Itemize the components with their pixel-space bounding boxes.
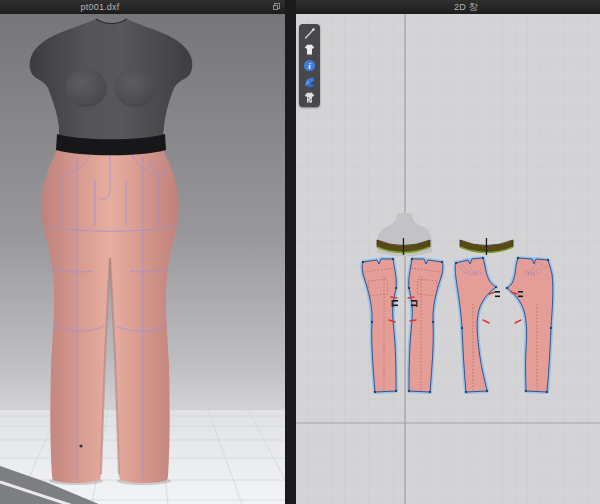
titlebar-3d[interactable]: pt001.dxf [0,0,285,14]
fabric-toggle-icon[interactable] [301,74,318,89]
texture-toggle-icon[interactable] [301,90,318,105]
avatar-bust-left [65,69,107,107]
avatar-bust-right [114,69,156,107]
stitch-edit-tool-icon[interactable] [301,26,318,41]
pattern-info-icon[interactable]: i [301,58,318,73]
panel-3d-title: pt001.dxf [0,0,200,15]
panel-2d-title: 2D 창 [332,0,600,15]
float-window-icon[interactable] [273,3,280,10]
clo-app-window: pt001.dxf [0,0,600,504]
2d-grid [296,14,600,504]
pin-dot [79,444,82,447]
titlebar-2d[interactable]: 2D 창 [296,0,600,14]
garment-toggle-icon[interactable] [301,42,318,57]
panel-divider[interactable] [285,0,296,504]
viewport-3d[interactable] [0,14,286,504]
2d-toolbar: i [299,24,320,107]
viewport-2d[interactable]: i [296,14,600,504]
